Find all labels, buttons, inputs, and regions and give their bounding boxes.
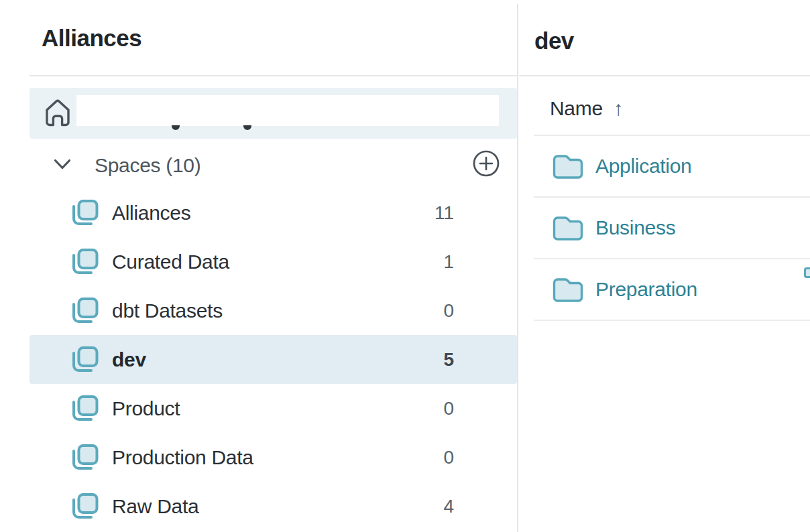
space-name: Production Data (112, 446, 253, 469)
plus-circle-icon (471, 149, 501, 178)
space-name: dbt Datasets (112, 300, 223, 322)
table-row-application[interactable]: Application (534, 136, 810, 198)
spaces-section-header[interactable]: Spaces (10) (30, 141, 517, 188)
sidebar-item-dev[interactable]: dev 5 (30, 335, 517, 384)
space-name: Raw Data (112, 495, 198, 518)
sidebar-item-dbt-datasets[interactable]: dbt Datasets 0 (30, 286, 517, 335)
sidebar-item-raw-data[interactable]: Raw Data 4 (30, 482, 517, 531)
folder-icon (552, 152, 584, 180)
spaces-section-label: Spaces (10) (95, 154, 200, 177)
arrow-up-icon: ↑ (614, 97, 624, 120)
space-name: Curated Data (112, 251, 229, 273)
redacted-text-overlay (76, 95, 499, 126)
space-name: Product (112, 397, 180, 420)
sidebar-item-curated-data[interactable]: Curated Data 1 (30, 237, 517, 286)
spaces-list: Alliances 11 Curated Data 1 dbt Datasets… (30, 188, 517, 531)
column-header-label: Name (550, 97, 603, 120)
space-icon (69, 344, 100, 375)
space-contents-panel: dev Name ↑ Application Business Preparat… (518, 0, 810, 532)
sidebar-item-product[interactable]: Product 0 (30, 384, 517, 433)
chevron-down-icon[interactable] (54, 159, 71, 170)
sidebar-title: Alliances (42, 26, 141, 50)
space-icon (69, 198, 100, 228)
space-count: 5 (443, 349, 454, 371)
folder-link[interactable]: Application (595, 155, 691, 178)
space-icon (69, 247, 100, 277)
table-row-preparation[interactable]: Preparation (534, 259, 810, 321)
folder-link[interactable]: Preparation (595, 278, 697, 301)
space-icon (69, 491, 100, 522)
space-name: Alliances (112, 202, 190, 224)
sidebar-title-divider (30, 75, 517, 76)
main-title-divider (519, 75, 810, 76)
space-count: 0 (443, 447, 454, 468)
space-icon (69, 393, 100, 424)
space-count: 4 (443, 496, 454, 517)
space-name: dev (112, 348, 146, 371)
space-count: 0 (443, 300, 454, 322)
folder-table: Application Business Preparation (534, 136, 810, 321)
space-icon (69, 295, 100, 326)
home-icon (44, 98, 71, 127)
redacted-letter-descender (172, 125, 180, 130)
home-row[interactable] (30, 88, 517, 139)
page-title: dev (534, 29, 574, 53)
redacted-letter-descender (243, 125, 251, 130)
sidebar-item-alliances[interactable]: Alliances 11 (30, 188, 517, 237)
table-header-name[interactable]: Name ↑ (550, 96, 624, 121)
space-count: 0 (443, 398, 454, 419)
folder-icon (552, 275, 584, 304)
space-count: 1 (443, 251, 454, 273)
space-icon (69, 442, 100, 473)
cut-off-folder-icon (804, 267, 810, 278)
space-count: 11 (435, 202, 454, 224)
table-row-business[interactable]: Business (534, 198, 810, 259)
folder-icon (552, 214, 584, 242)
add-space-button[interactable] (471, 149, 501, 178)
sidebar-item-production-data[interactable]: Production Data 0 (30, 433, 517, 482)
folder-link[interactable]: Business (595, 216, 675, 239)
spaces-sidebar: Alliances Spaces (10) Alliances 11 (0, 0, 517, 532)
